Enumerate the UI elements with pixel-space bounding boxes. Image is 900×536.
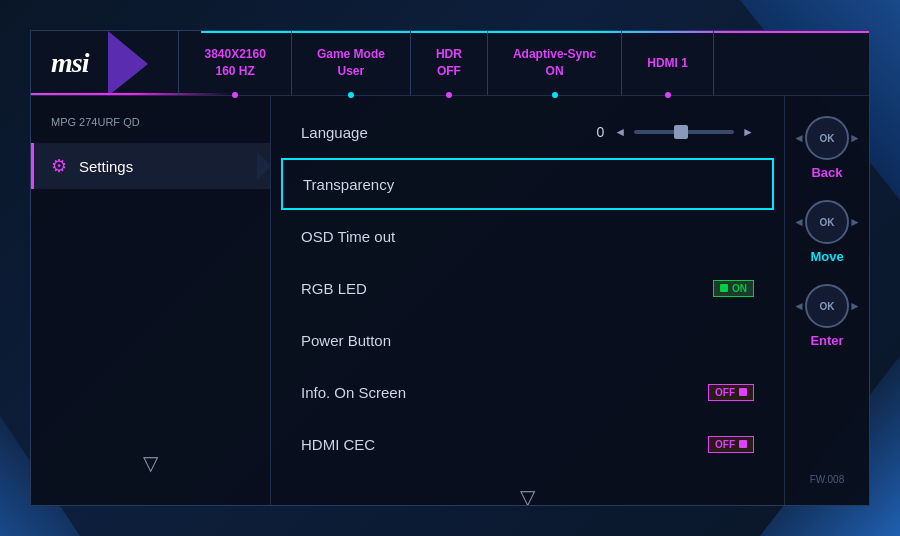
setting-row-rgb-led[interactable]: RGB LED ON <box>271 262 784 314</box>
slider-right-arrow: ► <box>742 125 754 139</box>
osd-container: msi 3840X2160 160 HZ Game Mode User <box>30 30 870 506</box>
hdmi-cec-value: OFF <box>708 436 754 453</box>
enter-label: Enter <box>810 333 843 348</box>
hdmi-cec-toggle: OFF <box>708 436 754 453</box>
dot-hdr <box>446 92 452 98</box>
back-left-arrow: ◄ <box>793 131 805 145</box>
firmware-version: FW.008 <box>810 474 844 485</box>
header-resolution-label: 3840X2160 160 HZ <box>204 46 265 80</box>
back-ok-label: OK <box>820 133 835 144</box>
enter-button[interactable]: ◄ OK ► Enter <box>805 284 849 348</box>
header-hdr-label: HDR OFF <box>436 46 462 80</box>
settings-icon: ⚙ <box>51 155 67 177</box>
move-button[interactable]: ◄ OK ► Move <box>805 200 849 264</box>
main-panel: Language 0 ◄ ► Transparency <box>271 96 784 505</box>
setting-row-language[interactable]: Language 0 ◄ ► <box>271 106 784 158</box>
setting-row-hdmi-cec[interactable]: HDMI CEC OFF <box>271 418 784 470</box>
setting-row-transparency[interactable]: Transparency <box>281 158 774 210</box>
enter-left-arrow: ◄ <box>793 299 805 313</box>
move-label: Move <box>810 249 843 264</box>
header-item-adaptive-sync: Adaptive-Sync ON <box>488 31 622 95</box>
info-on-screen-value: OFF <box>708 384 754 401</box>
enter-right-arrow: ► <box>849 299 861 313</box>
hdmi-cec-label: HDMI CEC <box>301 436 708 453</box>
rgb-led-value: ON <box>713 280 754 297</box>
header-gamemode-label: Game Mode User <box>317 46 385 80</box>
enter-ok-label: OK <box>820 301 835 312</box>
dot-adaptive-sync <box>552 92 558 98</box>
toggle-on-text: ON <box>732 283 747 294</box>
right-panel: ◄ OK ► Back ◄ OK ► Move ◄ OK <box>784 96 869 505</box>
sidebar-item-settings[interactable]: ⚙ Settings <box>31 143 270 189</box>
slider-thumb <box>674 125 688 139</box>
dot-gamemode <box>348 92 354 98</box>
msi-logo: msi <box>51 47 88 79</box>
back-label: Back <box>811 165 842 180</box>
enter-btn-circle: ◄ OK ► <box>805 284 849 328</box>
setting-row-osd-timeout[interactable]: OSD Time out <box>271 210 784 262</box>
dot-resolution <box>232 92 238 98</box>
setting-row-power-button[interactable]: Power Button <box>271 314 784 366</box>
header-bar: msi 3840X2160 160 HZ Game Mode User <box>31 31 869 96</box>
toggle-on-indicator <box>720 284 728 292</box>
main-scroll-down[interactable]: ▽ <box>271 470 784 505</box>
toggle-off-text-info: OFF <box>715 387 735 398</box>
content-area: MPG 274URF QD ⚙ Settings ▽ Language 0 ◄ <box>31 96 869 505</box>
osd-timeout-label: OSD Time out <box>301 228 754 245</box>
power-button-label: Power Button <box>301 332 754 349</box>
language-slider[interactable]: ◄ ► <box>614 125 754 139</box>
header-hdmi-label: HDMI 1 <box>647 55 688 72</box>
rgb-led-toggle: ON <box>713 280 754 297</box>
language-number: 0 <box>596 124 604 140</box>
language-value: 0 ◄ ► <box>596 124 754 140</box>
info-on-screen-label: Info. On Screen <box>301 384 708 401</box>
language-label: Language <box>301 124 596 141</box>
rgb-led-label: RGB LED <box>301 280 713 297</box>
header-adaptive-sync-label: Adaptive-Sync ON <box>513 46 596 80</box>
move-left-arrow: ◄ <box>793 215 805 229</box>
model-name: MPG 274URF QD <box>31 111 270 143</box>
move-btn-circle: ◄ OK ► <box>805 200 849 244</box>
header-item-hdmi: HDMI 1 <box>622 31 714 95</box>
info-on-screen-toggle: OFF <box>708 384 754 401</box>
move-ok-label: OK <box>820 217 835 228</box>
header-item-resolution: 3840X2160 160 HZ <box>178 31 291 95</box>
sidebar: MPG 274URF QD ⚙ Settings ▽ <box>31 96 271 505</box>
header-item-hdr: HDR OFF <box>411 31 488 95</box>
logo-triangle <box>108 31 148 96</box>
toggle-off-text-hdmi: OFF <box>715 439 735 450</box>
sidebar-settings-label: Settings <box>79 158 133 175</box>
header-nav: 3840X2160 160 HZ Game Mode User HDR OFF <box>178 31 849 95</box>
back-btn-circle: ◄ OK ► <box>805 116 849 160</box>
toggle-off-indicator-info <box>739 388 747 396</box>
slider-track <box>634 130 734 134</box>
back-right-arrow: ► <box>849 131 861 145</box>
move-right-arrow: ► <box>849 215 861 229</box>
slider-left-arrow: ◄ <box>614 125 626 139</box>
header-item-gamemode: Game Mode User <box>292 31 411 95</box>
toggle-off-indicator-hdmi <box>739 440 747 448</box>
dot-hdmi <box>665 92 671 98</box>
sidebar-scroll-down[interactable]: ▽ <box>31 436 270 490</box>
back-button[interactable]: ◄ OK ► Back <box>805 116 849 180</box>
setting-row-info-on-screen[interactable]: Info. On Screen OFF <box>271 366 784 418</box>
transparency-label: Transparency <box>303 176 752 193</box>
